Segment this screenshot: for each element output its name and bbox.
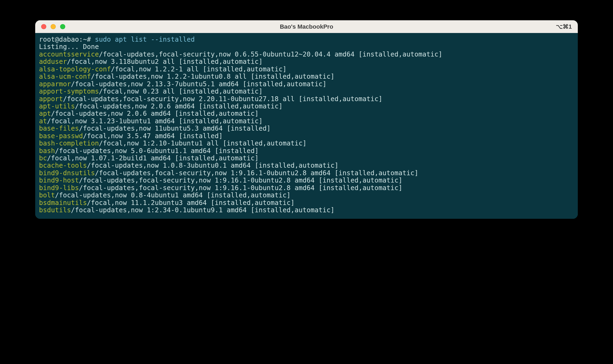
terminal-body[interactable]: root@dabao:~# sudo apt list --installedL… bbox=[35, 33, 578, 219]
listing-header: Listing... Done bbox=[39, 43, 574, 50]
terminal-window: Bao's MacbookPro ⌥⌘1 root@dabao:~# sudo … bbox=[35, 20, 578, 219]
package-line: bsdutils/focal-updates,now 1:2.34-0.1ubu… bbox=[39, 206, 574, 214]
package-name: bash bbox=[39, 147, 55, 155]
package-line: bash/focal-updates,now 5.0-6ubuntu1.1 am… bbox=[39, 147, 574, 154]
package-name: at bbox=[39, 117, 47, 125]
package-info: /focal,now 3.118ubuntu2 all [installed,a… bbox=[67, 58, 263, 65]
package-info: /focal,now 3.5.47 amd64 [installed] bbox=[83, 132, 223, 140]
package-line: apport-symptoms/focal,now 0.23 all [inst… bbox=[39, 88, 574, 95]
package-info: /focal,now 11.1.2ubuntu3 amd64 [installe… bbox=[87, 199, 295, 207]
package-line: bind9-libs/focal-updates,focal-security,… bbox=[39, 184, 574, 191]
tab-shortcut-hint: ⌥⌘1 bbox=[556, 23, 572, 30]
package-info: /focal-updates,focal-security,now 0.6.55… bbox=[99, 50, 442, 58]
package-line: bash-completion/focal,now 1:2.10-1ubuntu… bbox=[39, 140, 574, 147]
package-name: bind9-dnsutils bbox=[39, 169, 95, 177]
package-info: /focal,now 1:2.10-1ubuntu1 all [installe… bbox=[99, 139, 306, 147]
package-line: base-files/focal-updates,now 11ubuntu5.3… bbox=[39, 125, 574, 132]
package-name: bash-completion bbox=[39, 139, 99, 147]
package-line: at/focal,now 3.1.23-1ubuntu1 amd64 [inst… bbox=[39, 117, 574, 125]
package-name: bsdmainutils bbox=[39, 199, 87, 207]
package-name: bolt bbox=[39, 191, 55, 199]
package-name: bcache-tools bbox=[39, 161, 87, 169]
package-name: apport bbox=[39, 95, 63, 103]
package-info: /focal,now 1.2.2-1 all [installed,automa… bbox=[111, 65, 287, 73]
package-name: apt bbox=[39, 110, 51, 117]
package-info: /focal-updates,now 1:2.34-0.1ubuntu9.1 a… bbox=[71, 206, 335, 214]
package-line: bc/focal,now 1.07.1-2build1 amd64 [insta… bbox=[39, 154, 574, 162]
package-name: adduser bbox=[39, 58, 67, 65]
package-name: bind9-host bbox=[39, 176, 79, 184]
package-name: base-passwd bbox=[39, 132, 83, 140]
package-info: /focal-updates,now 11ubuntu5.3 amd64 [in… bbox=[79, 124, 271, 132]
prompt-line: root@dabao:~# sudo apt list --installed bbox=[39, 36, 574, 43]
package-info: /focal-updates,now 1.2.2-1ubuntu0.8 all … bbox=[91, 72, 335, 80]
package-name: apparmor bbox=[39, 80, 71, 88]
package-line: accountsservice/focal-updates,focal-secu… bbox=[39, 51, 574, 58]
package-info: /focal-updates,now 2.0.6 amd64 [installe… bbox=[75, 102, 283, 110]
package-line: adduser/focal,now 3.118ubuntu2 all [inst… bbox=[39, 58, 574, 65]
package-line: apt/focal-updates,now 2.0.6 amd64 [insta… bbox=[39, 110, 574, 117]
package-line: bcache-tools/focal-updates,now 1.0.8-3ub… bbox=[39, 162, 574, 169]
package-line: apt-utils/focal-updates,now 2.0.6 amd64 … bbox=[39, 102, 574, 110]
package-line: apport/focal-updates,focal-security,now … bbox=[39, 95, 574, 102]
package-name: bsdutils bbox=[39, 206, 71, 214]
package-line: bsdmainutils/focal,now 11.1.2ubuntu3 amd… bbox=[39, 199, 574, 206]
zoom-icon[interactable] bbox=[60, 24, 65, 29]
package-name: alsa-ucm-conf bbox=[39, 72, 91, 80]
shell-prompt: root@dabao:~# bbox=[39, 35, 95, 43]
package-line: bolt/focal-updates,now 0.8-4ubuntu1 amd6… bbox=[39, 191, 574, 199]
package-info: /focal-updates,now 2.13.3-7ubuntu5.1 amd… bbox=[71, 80, 327, 88]
package-line: alsa-topology-conf/focal,now 1.2.2-1 all… bbox=[39, 65, 574, 73]
package-info: /focal,now 3.1.23-1ubuntu1 amd64 [instal… bbox=[47, 117, 263, 125]
package-info: /focal-updates,focal-security,now 2.20.1… bbox=[63, 95, 383, 103]
titlebar: Bao's MacbookPro ⌥⌘1 bbox=[35, 20, 578, 33]
package-info: /focal-updates,focal-security,now 1:9.16… bbox=[79, 184, 403, 192]
package-info: /focal-updates,now 0.8-4ubuntu1 amd64 [i… bbox=[55, 191, 291, 199]
package-name: alsa-topology-conf bbox=[39, 65, 111, 73]
package-info: /focal,now 1.07.1-2build1 amd64 [install… bbox=[47, 154, 259, 162]
package-info: /focal-updates,focal-security,now 1:9.16… bbox=[95, 169, 419, 177]
package-name: bind9-libs bbox=[39, 184, 79, 192]
package-line: bind9-dnsutils/focal-updates,focal-secur… bbox=[39, 169, 574, 177]
minimize-icon[interactable] bbox=[51, 24, 56, 29]
package-info: /focal,now 0.23 all [installed,automatic… bbox=[99, 87, 263, 95]
package-line: apparmor/focal-updates,now 2.13.3-7ubunt… bbox=[39, 80, 574, 88]
package-name: apt-utils bbox=[39, 102, 75, 110]
package-line: alsa-ucm-conf/focal-updates,now 1.2.2-1u… bbox=[39, 73, 574, 80]
window-title: Bao's MacbookPro bbox=[35, 23, 578, 30]
close-icon[interactable] bbox=[41, 24, 46, 29]
package-info: /focal-updates,now 1.0.8-3ubuntu0.1 amd6… bbox=[87, 161, 338, 169]
package-name: base-files bbox=[39, 124, 79, 132]
package-name: apport-symptoms bbox=[39, 87, 99, 95]
package-name: accountsservice bbox=[39, 50, 99, 58]
window-controls bbox=[35, 24, 65, 29]
shell-command: sudo apt list --installed bbox=[95, 35, 195, 43]
package-info: /focal-updates,now 5.0-6ubuntu1.1 amd64 … bbox=[55, 147, 259, 155]
package-line: bind9-host/focal-updates,focal-security,… bbox=[39, 177, 574, 184]
package-info: /focal-updates,focal-security,now 1:9.16… bbox=[79, 176, 403, 184]
package-line: base-passwd/focal,now 3.5.47 amd64 [inst… bbox=[39, 132, 574, 140]
package-info: /focal-updates,now 2.0.6 amd64 [installe… bbox=[51, 110, 259, 117]
package-name: bc bbox=[39, 154, 47, 162]
